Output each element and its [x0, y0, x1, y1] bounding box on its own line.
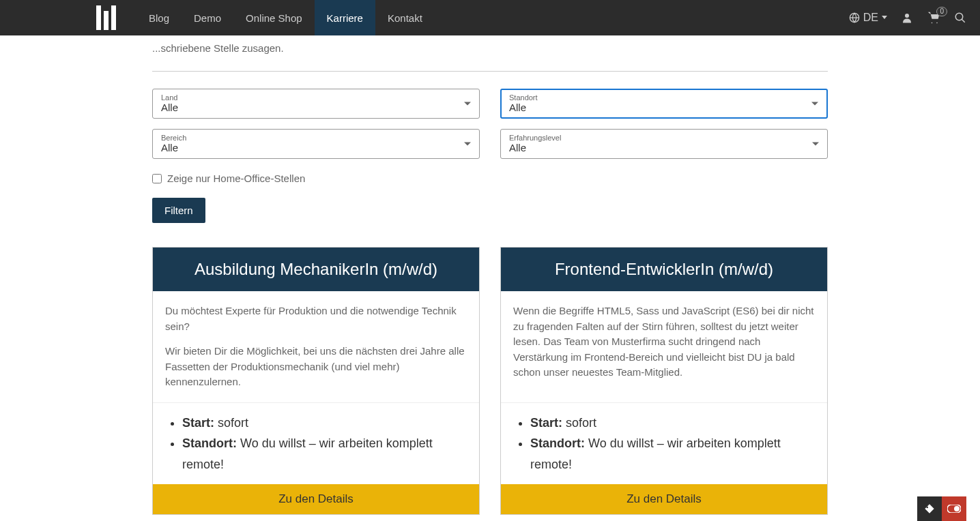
- job-desc: Wenn die Begriffe HTML5, Sass und JavaSc…: [513, 303, 815, 381]
- nav-kontakt[interactable]: Kontakt: [375, 0, 435, 35]
- globe-icon: [849, 12, 860, 23]
- job-card-ausbildung: Ausbildung MechanikerIn (m/w/d) Du möcht…: [152, 247, 480, 515]
- language-label: DE: [863, 12, 878, 24]
- chevron-down-icon: [464, 102, 471, 106]
- nav-demo[interactable]: Demo: [182, 0, 233, 35]
- home-office-checkbox[interactable]: [152, 174, 162, 183]
- tag-icon: [924, 503, 935, 514]
- job-standort: Standort: Wo du willst – wir arbeiten ko…: [530, 433, 815, 475]
- navbar-right: DE 0: [849, 11, 966, 25]
- filter-button[interactable]: Filtern: [152, 198, 205, 223]
- job-meta: Start: sofort Standort: Wo du willst – w…: [153, 402, 479, 485]
- chevron-down-icon: [882, 16, 887, 20]
- jobs-grid: Ausbildung MechanikerIn (m/w/d) Du möcht…: [152, 247, 828, 521]
- start-label: Start:: [530, 416, 562, 430]
- search-icon: [954, 12, 966, 24]
- divider: [152, 71, 828, 72]
- job-meta: Start: sofort Standort: Wo du willst – w…: [501, 402, 827, 485]
- select-label: Standort: [509, 93, 819, 102]
- float-widget: [917, 496, 966, 521]
- job-start: Start: sofort: [182, 413, 467, 434]
- select-label: Erfahrungslevel: [509, 134, 819, 142]
- intro-text: ...schriebene Stelle zusagen.: [152, 35, 828, 61]
- job-details-button[interactable]: Zu den Details: [153, 484, 479, 514]
- start-value: sofort: [218, 416, 248, 430]
- job-details-button[interactable]: Zu den Details: [501, 484, 827, 514]
- cart-count: 0: [936, 7, 947, 16]
- search-button[interactable]: [954, 12, 966, 24]
- svg-point-2: [905, 14, 909, 18]
- job-start: Start: sofort: [530, 413, 815, 434]
- nav-karriere[interactable]: Karriere: [315, 0, 375, 35]
- select-erfahrungslevel[interactable]: Erfahrungslevel Alle: [500, 129, 828, 159]
- float-toggle-button[interactable]: [942, 496, 966, 521]
- toggle-icon: [947, 505, 961, 513]
- job-card-frontend: Frontend-EntwicklerIn (m/w/d) Wenn die B…: [500, 247, 828, 515]
- job-desc: Wir bieten Dir die Möglichkeit, bei uns …: [165, 344, 467, 390]
- chevron-down-icon: [464, 143, 471, 146]
- logo[interactable]: [89, 0, 123, 35]
- svg-point-3: [955, 13, 963, 20]
- start-label: Start:: [182, 416, 214, 430]
- home-office-checkbox-row: Zeige nur Home-Office-Stellen: [152, 173, 828, 184]
- select-bereich[interactable]: Bereich Alle: [152, 129, 480, 159]
- svg-line-4: [962, 19, 965, 23]
- job-title: Ausbildung MechanikerIn (m/w/d): [153, 248, 479, 291]
- user-menu[interactable]: [901, 12, 913, 24]
- user-icon: [901, 12, 913, 24]
- select-land[interactable]: Land Alle: [152, 89, 480, 119]
- job-title: Frontend-EntwicklerIn (m/w/d): [501, 248, 827, 291]
- nav-online-shop[interactable]: Online Shop: [233, 0, 315, 35]
- chevron-down-icon: [811, 102, 818, 106]
- language-selector[interactable]: DE: [849, 12, 887, 24]
- job-body: Wenn die Begriffe HTML5, Sass und JavaSc…: [501, 291, 827, 402]
- nav-blog[interactable]: Blog: [136, 0, 182, 35]
- logo-icon: [96, 5, 116, 30]
- select-standort[interactable]: Standort Alle: [500, 89, 828, 119]
- job-intro: Du möchtest Experte für Produktion und d…: [165, 303, 467, 334]
- select-label: Land: [161, 93, 471, 102]
- nav-links: Blog Demo Online Shop Karriere Kontakt: [136, 0, 435, 35]
- job-standort: Standort: Wo du willst – wir arbeiten ko…: [182, 433, 467, 475]
- select-value: Alle: [509, 102, 526, 113]
- chevron-down-icon: [812, 143, 819, 146]
- select-value: Alle: [509, 142, 526, 153]
- select-label: Bereich: [161, 134, 471, 142]
- start-value: sofort: [566, 416, 596, 430]
- filter-grid: Land Alle Standort Alle Bereich Alle Erf…: [152, 89, 828, 159]
- job-body: Du möchtest Experte für Produktion und d…: [153, 291, 479, 402]
- cart-button[interactable]: 0: [927, 11, 940, 25]
- navbar: Blog Demo Online Shop Karriere Kontakt D…: [0, 0, 980, 35]
- home-office-label[interactable]: Zeige nur Home-Office-Stellen: [167, 173, 305, 184]
- standort-label: Standort:: [182, 436, 237, 450]
- select-value: Alle: [161, 142, 178, 153]
- standort-label: Standort:: [530, 436, 585, 450]
- select-value: Alle: [161, 102, 178, 113]
- float-tag-button[interactable]: [917, 496, 942, 521]
- svg-point-6: [954, 506, 960, 511]
